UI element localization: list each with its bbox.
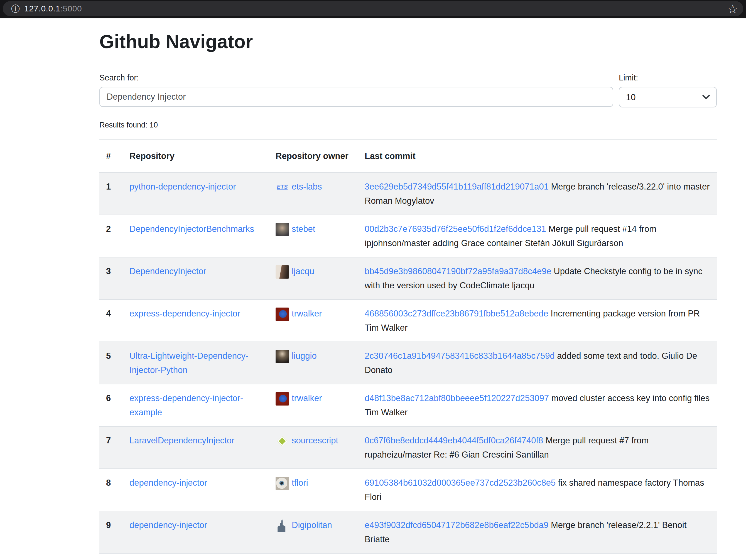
commit-hash-link[interactable]: 0c67f6be8eddcd4449eb4044f5df0ca26f4740f8 [365,436,543,445]
page-content: Github Navigator Search for: Limit: 10 R… [99,18,717,560]
row-number: 10 [99,553,123,560]
owner-link[interactable]: trwalker [292,309,322,318]
repo-cell: DependencyInjectorBenchmarks [123,215,269,257]
owner-cell: ljacqu [269,257,358,299]
table-row: 8dependency-injectortflori69105384b61032… [99,469,717,511]
row-number: 1 [99,173,123,215]
digipolitan-avatar [276,519,289,532]
search-input[interactable] [99,87,613,107]
info-icon[interactable]: ⓘ [11,4,20,13]
repo-cell: DependencyInjector [123,257,269,299]
owner-cell: ETSets-labs [269,173,358,215]
owner-link[interactable]: ets-labs [292,182,322,191]
row-number: 6 [99,384,123,426]
repo-cell: express-dependency-injector [123,299,269,342]
table-row: 10dependency-injectorFinnWinchester02111… [99,553,717,560]
commit-cell: 0c67f6be8eddcd4449eb4044f5df0ca26f4740f8… [358,426,717,469]
results-count: Results found: 10 [99,121,717,129]
row-number: 7 [99,426,123,469]
owner-link[interactable]: Digipolitan [292,520,332,530]
owner-cell: Digipolitan [269,511,358,553]
commit-cell: d48f13be8ac712abf80bbeeee5f120227d253097… [358,384,717,426]
search-form: Search for: Limit: 10 [99,73,717,108]
repo-cell: LaravelDependencyInjector [123,426,269,469]
table-row: 5Ultra-Lightweight-Dependency-Injector-P… [99,342,717,384]
commit-hash-link[interactable]: d48f13be8ac712abf80bbeeee5f120227d253097 [365,393,549,403]
repo-link[interactable]: dependency-injector [130,520,207,530]
repo-cell: dependency-injector [123,553,269,560]
owner-link[interactable]: tflori [292,478,308,488]
table-row: 9dependency-injectorDigipolitane493f9032… [99,511,717,553]
header-last-commit: Last commit [358,140,717,173]
table-row: 3DependencyInjectorljacqubb45d9e3b986080… [99,257,717,299]
commit-cell: 69105384b61032d000365ee737cd2523b260c8e5… [358,469,717,511]
results-table-body: 1python-dependency-injectorETSets-labs3e… [99,173,717,560]
header-owner: Repository owner [269,140,358,173]
owner-link[interactable]: sourcescript [292,436,338,445]
repo-link[interactable]: python-dependency-injector [130,182,236,191]
trwalker-avatar [276,307,289,321]
repo-cell: Ultra-Lightweight-Dependency-Injector-Py… [123,342,269,384]
limit-select[interactable]: 10 [619,87,717,108]
commit-cell: 00d2b3c7e76935d76f25ee50f6d1f2ef6ddce131… [358,215,717,257]
row-number: 3 [99,257,123,299]
owner-cell: FinnWinchester [269,553,358,560]
repo-cell: dependency-injector [123,469,269,511]
owner-cell: trwalker [269,299,358,342]
repo-link[interactable]: express-dependency-injector-example [130,393,243,417]
search-label: Search for: [99,73,613,82]
commit-cell: bb45d9e3b98608047190bf72a95fa9a37d8c4e9e… [358,257,717,299]
owner-cell: tflori [269,469,358,511]
commit-cell: 468856003c273dffce23b86791fbbe512a8ebede… [358,299,717,342]
trwalker-avatar [276,392,289,406]
table-row: 6express-dependency-injector-exampletrwa… [99,384,717,426]
commit-hash-link[interactable]: 468856003c273dffce23b86791fbbe512a8ebede [365,309,548,318]
row-number: 4 [99,299,123,342]
repo-cell: dependency-injector [123,511,269,553]
owner-cell: liuggio [269,342,358,384]
owner-link[interactable]: trwalker [292,393,322,403]
owner-cell: stebet [269,215,358,257]
owner-link[interactable]: ljacqu [292,266,314,276]
stebet-avatar [276,223,289,236]
commit-hash-link[interactable]: 3ee629eb5d7349d55f41b119aff81dd219071a01 [365,182,549,191]
address-bar[interactable]: ⓘ 127.0.0.1:5000 [3,1,743,16]
bookmark-star-icon[interactable]: ☆ [727,3,738,15]
repo-link[interactable]: Ultra-Lightweight-Dependency-Injector-Py… [130,351,248,375]
commit-hash-link[interactable]: e493f9032dfcd65047172b682e8b6eaf22c5bda9 [365,520,548,530]
owner-cell: sourcescript [269,426,358,469]
repo-cell: python-dependency-injector [123,173,269,215]
row-number: 8 [99,469,123,511]
repo-link[interactable]: DependencyInjector [130,266,206,276]
page-title: Github Navigator [99,31,717,52]
commit-hash-link[interactable]: 2c30746c1a91b4947583416c833b1644a85c759d [365,351,555,361]
commit-hash-link[interactable]: 00d2b3c7e76935d76f25ee50f6d1f2ef6ddce131 [365,224,546,234]
owner-link[interactable]: stebet [292,224,315,234]
owner-link[interactable]: liuggio [292,351,317,361]
repo-link[interactable]: express-dependency-injector [130,309,240,318]
row-number: 9 [99,511,123,553]
repo-link[interactable]: LaravelDependencyInjector [130,436,234,445]
ets-labs-avatar: ETS [276,181,289,194]
row-number: 2 [99,215,123,257]
table-row: 4express-dependency-injectortrwalker4688… [99,299,717,342]
repo-link[interactable]: dependency-injector [130,478,207,488]
table-row: 7LaravelDependencyInjectorsourcescript0c… [99,426,717,469]
browser-toolbar: ⓘ 127.0.0.1:5000 ☆ [0,0,746,18]
header-repository: Repository [123,140,269,173]
commit-cell: e493f9032dfcd65047172b682e8b6eaf22c5bda9… [358,511,717,553]
ljacqu-avatar [276,265,289,278]
table-header-row: # Repository Repository owner Last commi… [99,140,717,173]
commit-cell: 3ee629eb5d7349d55f41b119aff81dd219071a01… [358,173,717,215]
url-port: :5000 [60,4,82,13]
header-number: # [99,140,123,173]
repo-cell: express-dependency-injector-example [123,384,269,426]
table-row: 1python-dependency-injectorETSets-labs3e… [99,173,717,215]
repo-link[interactable]: DependencyInjectorBenchmarks [130,224,254,234]
row-number: 5 [99,342,123,384]
table-row: 2DependencyInjectorBenchmarksstebet00d2b… [99,215,717,257]
commit-hash-link[interactable]: bb45d9e3b98608047190bf72a95fa9a37d8c4e9e [365,266,551,276]
tflori-avatar [276,477,289,490]
commit-hash-link[interactable]: 69105384b61032d000365ee737cd2523b260c8e5 [365,478,555,488]
sourcescript-avatar [276,435,289,448]
